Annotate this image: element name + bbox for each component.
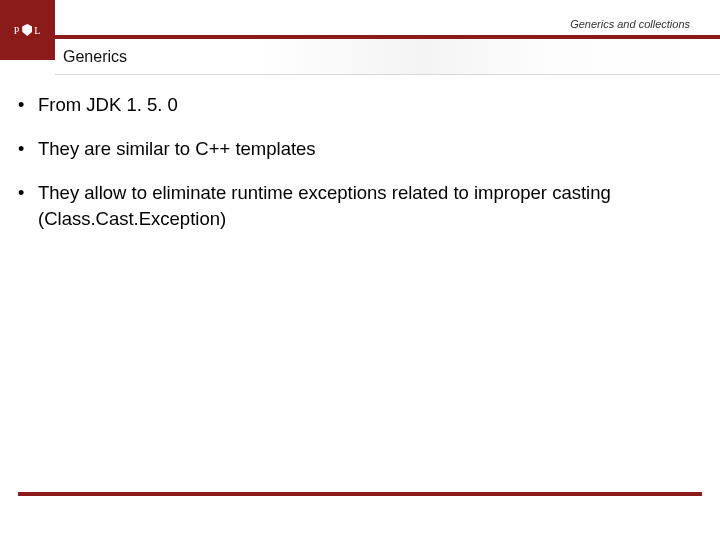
- bullet-icon: •: [18, 136, 38, 162]
- bullet-text: They are similar to C++ templates: [38, 136, 316, 162]
- logo-letter-right: L: [34, 25, 41, 36]
- bullet-text: They allow to eliminate runtime exceptio…: [38, 180, 710, 232]
- title-band: Generics: [55, 39, 720, 75]
- logo-letter-left: P: [14, 25, 21, 36]
- list-item: • They are similar to C++ templates: [18, 136, 710, 162]
- content: • From JDK 1. 5. 0 • They are similar to…: [18, 92, 710, 250]
- bullet-text: From JDK 1. 5. 0: [38, 92, 178, 118]
- logo-inner: P L: [14, 24, 42, 36]
- university-logo: P L: [0, 0, 55, 60]
- list-item: • They allow to eliminate runtime except…: [18, 180, 710, 232]
- breadcrumb: Generics and collections: [570, 18, 690, 30]
- bullet-icon: •: [18, 92, 38, 118]
- shield-icon: [22, 24, 32, 36]
- slide: P L Generics and collections Generics • …: [0, 0, 720, 540]
- footer-rule: [18, 492, 702, 496]
- page-title: Generics: [63, 48, 127, 66]
- bullet-icon: •: [18, 180, 38, 206]
- header: P L Generics and collections Generics: [0, 0, 720, 80]
- list-item: • From JDK 1. 5. 0: [18, 92, 710, 118]
